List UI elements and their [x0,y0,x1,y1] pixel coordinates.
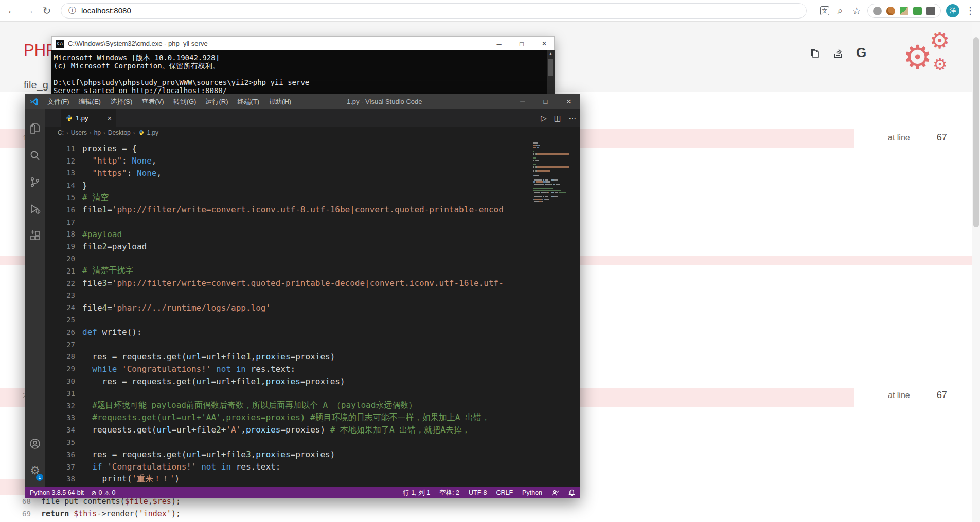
cmd-scrollbar[interactable]: ▲ [547,50,555,95]
cmd-scrollbar-thumb[interactable] [548,59,553,76]
code-line[interactable]: 37 if 'Congratulations!' not in res.text… [45,461,580,473]
browser-page-scrollbar[interactable] [972,22,980,522]
code-line[interactable]: 30 res = requests.get(url=url+file1,prox… [45,375,580,387]
copy-icon[interactable] [809,47,821,59]
account-icon[interactable] [25,430,45,457]
cmd-titlebar[interactable]: C:\ C:\Windows\System32\cmd.exe - php yi… [51,36,555,50]
language-mode-status[interactable]: Python [522,489,542,496]
code-line[interactable]: 18#payload [45,228,580,241]
code-line[interactable]: 22file3='php://filter/write=convert.quot… [45,277,580,290]
python-interpreter-status[interactable]: Python 3.8.5 64-bit [30,489,84,496]
extensions-icon[interactable] [25,222,45,249]
breadcrumb-item[interactable]: Users [71,129,87,136]
problems-status[interactable]: ⊘0 ⚠0 [91,489,116,497]
code-line[interactable]: 26def write(): [45,326,580,338]
code-line[interactable]: 19file2=payload [45,240,580,253]
run-python-file-button[interactable]: ▷ [541,114,547,123]
code-line[interactable]: 38 print('重来！！') [45,473,580,485]
code-line[interactable]: 17 [45,216,580,228]
scroll-up-arrow[interactable]: ▲ [547,51,555,56]
globe-extension-icon[interactable] [873,7,882,15]
translate-icon[interactable]: 文 [820,6,829,15]
cookie-extension-icon[interactable] [886,7,895,15]
vscode-minimize-button[interactable]: ─ [511,94,534,109]
code-line[interactable]: 36 res = requests.get(url=url+file3,prox… [45,448,580,461]
code-line[interactable]: 15# 清空 [45,191,580,204]
feedback-icon[interactable] [551,490,559,496]
cursor-position-status[interactable]: 行 1, 列 1 [403,489,430,497]
browser-menu-icon[interactable]: ⋮ [965,5,976,16]
code-line[interactable]: 31 [45,387,580,400]
code-line[interactable]: 11proxies = { [45,142,580,155]
google-icon[interactable]: G [856,45,866,61]
minimap[interactable] [533,142,574,203]
breadcrumb-item[interactable]: Desktop [108,129,131,136]
code-line[interactable]: 33 #requests.get(url=url+'AA',proxies=pr… [45,412,580,424]
zoom-icon[interactable]: ⌕ [834,5,846,16]
settings-gear-icon[interactable]: ⚙ 1 [25,457,45,484]
vscode-titlebar[interactable]: 文件(F)编辑(E)选择(S)查看(V)转到(G)运行(R)终端(T)帮助(H)… [25,94,580,109]
encoding-status[interactable]: UTF-8 [469,489,487,496]
notifications-bell-icon[interactable] [568,489,575,496]
code-line[interactable]: 14} [45,179,580,191]
line-number: 11 [45,145,82,153]
code-line[interactable]: 21# 清楚干扰字 [45,265,580,277]
address-bar[interactable]: ⓘ localhost:8080 [61,3,807,19]
code-line[interactable]: 13 "https": None, [45,167,580,179]
code-line[interactable]: 23 [45,290,580,302]
menu-v[interactable]: 查看(V) [137,94,168,109]
menu-f[interactable]: 文件(F) [43,94,74,109]
breadcrumb-item[interactable]: C: [58,129,64,136]
source-control-icon[interactable] [25,169,45,195]
vscode-close-button[interactable]: × [557,94,580,109]
tab-close-icon[interactable]: × [108,114,112,122]
menu-s[interactable]: 选择(S) [105,94,137,109]
code-line[interactable]: 34 requests.get(url=url+file2+'A',proxie… [45,424,580,436]
bookmark-star-icon[interactable]: ☆ [851,5,862,16]
breadcrumb-item[interactable]: hp [94,129,101,136]
code-line[interactable]: 27 [45,338,580,351]
page-info-icon[interactable]: ⓘ [68,6,76,15]
stackoverflow-icon[interactable] [832,47,845,59]
menu-g[interactable]: 转到(G) [169,94,201,109]
minimap-line [533,175,574,176]
menu-h[interactable]: 帮助(H) [264,94,296,109]
code-line[interactable]: 25 [45,314,580,326]
error-message-text: file_g [24,79,48,91]
cmd-minimize-button[interactable]: ─ [494,40,504,48]
masks-extension-icon[interactable] [900,7,908,15]
code-line[interactable]: 29 while 'Congratulations!' not in res.t… [45,363,580,375]
forward-button[interactable]: → [21,5,38,16]
code-line[interactable]: 12 "http": None, [45,155,580,167]
eol-status[interactable]: CRLF [496,489,513,496]
reload-button[interactable]: ↻ [38,5,56,17]
code-line[interactable]: 16file1='php://filter/write=convert.icon… [45,204,580,216]
vscode-maximize-button[interactable]: □ [534,94,557,109]
profile-avatar[interactable]: 洋 [946,4,959,17]
cmd-close-button[interactable]: × [540,39,549,48]
url-text[interactable]: localhost:8080 [81,6,131,15]
code-line[interactable]: 35 [45,436,580,448]
search-icon[interactable] [25,142,45,169]
menu-r[interactable]: 运行(R) [201,94,233,109]
code-line[interactable]: 24file4='phar://../runtime/logs/app.log' [45,301,580,314]
line-number: 15 [45,193,82,202]
tab-1py[interactable]: 1.py × [61,109,116,127]
indentation-status[interactable]: 空格: 2 [439,489,459,497]
cmd-maximize-button[interactable]: □ [517,40,526,48]
more-actions-icon[interactable]: ⋯ [568,114,576,123]
adblock-extension-icon[interactable] [913,7,922,15]
code-line[interactable]: 32 #题目环境可能 payload前面偶数后奇数，所以后面再加以个 A （pa… [45,400,580,412]
back-button[interactable]: ← [3,5,21,16]
code-line[interactable]: 28 res = requests.get(url=url+file1,prox… [45,351,580,363]
split-editor-icon[interactable]: ◫ [554,114,561,123]
run-debug-icon[interactable] [25,195,45,222]
breadcrumb-item[interactable]: 1.py [147,129,158,136]
scrollbar-thumb[interactable] [973,37,979,227]
menu-e[interactable]: 编辑(E) [74,94,105,109]
code-line[interactable]: 20 [45,253,580,265]
code-editor[interactable]: 11proxies = {12 "http": None,13 "https":… [45,138,580,487]
explorer-icon[interactable] [25,115,45,142]
extensions-puzzle-icon[interactable] [926,7,935,15]
menu-t[interactable]: 终端(T) [233,94,264,109]
